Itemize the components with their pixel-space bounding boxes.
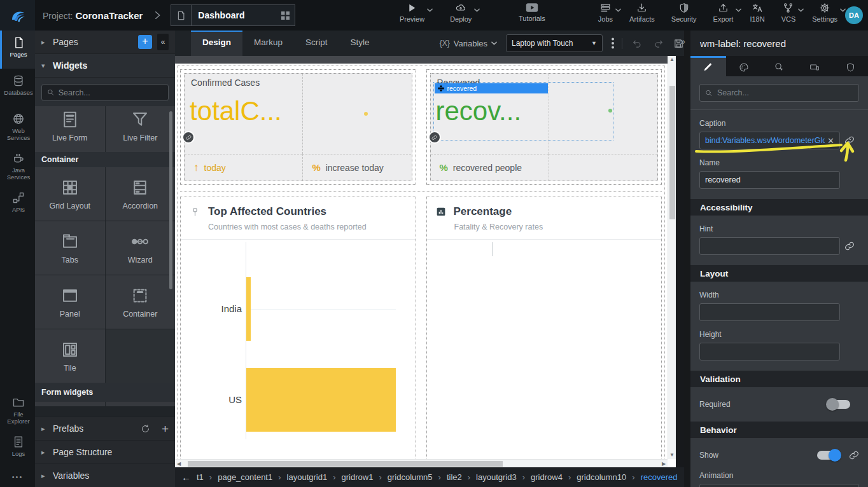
widget-tile-live-form[interactable]: Live Form [35, 106, 105, 152]
tab-properties[interactable] [690, 56, 726, 76]
breadcrumb-item[interactable]: gridrow1 [342, 472, 374, 482]
horizontal-scroll-thumb[interactable] [188, 461, 503, 467]
widget-tile-grid-layout[interactable]: Grid Layout [35, 167, 105, 221]
small-label-widget[interactable] [364, 112, 368, 116]
tab-events[interactable] [762, 56, 797, 76]
variables-menu-button[interactable]: {X} Variables [440, 39, 497, 48]
settings-caret-icon[interactable] [840, 8, 846, 12]
preview-caret-icon[interactable] [427, 8, 433, 12]
settings-button[interactable]: Settings [812, 3, 837, 23]
increase-today-label[interactable]: increase today [326, 163, 384, 173]
widget-tile-tile[interactable]: Tile [35, 329, 105, 383]
bind-badge-icon[interactable] [183, 132, 193, 142]
device-selector[interactable]: Laptop with Touch ▼ [506, 34, 603, 52]
add-page-button[interactable]: + [138, 35, 152, 49]
widget-list-scrollbar[interactable] [169, 111, 172, 289]
show-bind-link-icon[interactable] [849, 450, 859, 460]
widget-tile-container[interactable]: Container [106, 275, 176, 329]
card-percentage[interactable]: Percentage Fatality & Recovery rates [426, 196, 662, 459]
bind-badge-icon[interactable] [430, 132, 440, 142]
variables-accordion-header[interactable]: ▸ Variables [35, 463, 175, 487]
height-input[interactable] [705, 347, 834, 356]
rail-item-web-services[interactable]: Web Services [0, 107, 35, 146]
breadcrumb-item[interactable]: t1 [197, 472, 204, 482]
width-input[interactable] [705, 308, 834, 317]
rail-item-logs[interactable]: Logs [0, 430, 35, 468]
widget-tile-live-filter[interactable]: Live Filter [106, 106, 176, 152]
widgets-accordion-header[interactable]: ▾ Widgets [35, 54, 175, 78]
scroll-left-arrow[interactable]: ◀ [175, 460, 183, 467]
bar-us[interactable] [246, 368, 396, 432]
jobs-button[interactable]: Jobs [598, 3, 613, 23]
breadcrumb-back-icon[interactable]: ← [181, 472, 191, 483]
selected-widget-bar[interactable]: recovered [435, 83, 548, 93]
page-tab-dashboard[interactable]: Dashboard [171, 4, 295, 26]
caption-input[interactable] [705, 136, 825, 145]
tab-script[interactable]: Script [294, 31, 339, 56]
deploy-caret-icon[interactable] [474, 8, 480, 12]
widget-search-box[interactable] [41, 84, 169, 101]
rail-item-file-explorer[interactable]: File Explorer [0, 390, 35, 430]
expand-right-panel-button[interactable]: » [680, 36, 685, 46]
vcs-caret-icon[interactable] [798, 8, 804, 12]
jobs-caret-icon[interactable] [615, 8, 621, 12]
widget-tile-accordion[interactable]: Accordion [106, 167, 176, 221]
undo-button[interactable] [631, 38, 643, 49]
tile-confirmed-cases[interactable]: Confirmed Cases totalC... ↑ [184, 73, 412, 181]
breadcrumb-item[interactable]: layoutgrid1 [287, 472, 328, 482]
breadcrumb-item[interactable]: tile2 [447, 472, 462, 482]
name-input[interactable] [705, 175, 834, 184]
artifacts-button[interactable]: Artifacts [629, 3, 655, 23]
breadcrumb-item[interactable]: page_content1 [218, 472, 272, 482]
tab-markup[interactable]: Markup [242, 31, 294, 56]
widget-tile-panel[interactable]: Panel [35, 275, 105, 329]
rail-item-apis[interactable]: APIs [0, 186, 35, 224]
caption-bind-link-icon[interactable] [840, 135, 859, 146]
properties-search-box[interactable] [699, 84, 859, 102]
rail-more-button[interactable]: ••• [0, 468, 35, 487]
gridcolumn-recovered[interactable]: Recovered recovered recov... [426, 69, 662, 185]
widget-search-input[interactable] [59, 88, 163, 97]
tab-styles[interactable] [726, 56, 762, 76]
user-avatar[interactable]: DA [845, 6, 863, 24]
rail-item-databases[interactable]: Databases [0, 69, 35, 107]
required-toggle[interactable] [827, 400, 850, 409]
export-button[interactable]: Export [713, 3, 734, 23]
breadcrumb-item[interactable]: gridcolumn10 [577, 472, 626, 482]
breadcrumb-item[interactable]: gridcolumn5 [388, 472, 433, 482]
animation-select[interactable]: ▼ [699, 484, 859, 487]
breadcrumb-item-active[interactable]: recovered [641, 472, 678, 482]
collapse-panel-button[interactable]: « [157, 34, 169, 50]
widget-tile-tabs[interactable]: Tabs [35, 221, 105, 275]
scroll-up-arrow[interactable]: ▲ [668, 56, 676, 64]
tutorials-button[interactable]: Tutorials [519, 3, 545, 22]
export-caret-icon[interactable] [736, 8, 741, 12]
scroll-down-arrow[interactable]: ▼ [668, 451, 676, 459]
app-logo[interactable] [0, 0, 35, 31]
tab-security[interactable] [832, 56, 868, 76]
redo-button[interactable] [652, 38, 664, 49]
rail-item-java-services[interactable]: Java Services [0, 146, 35, 186]
refresh-prefabs-icon[interactable] [141, 424, 150, 434]
add-prefab-icon[interactable]: + [162, 423, 169, 435]
hint-input[interactable] [705, 242, 834, 250]
tab-style[interactable]: Style [339, 31, 381, 56]
preview-button[interactable]: Preview [400, 3, 424, 23]
recovered-people-label[interactable]: recovered people [453, 163, 522, 173]
confirmed-title-label[interactable]: Confirmed Cases [191, 78, 260, 88]
clear-binding-icon[interactable]: ✕ [827, 136, 834, 146]
security-button[interactable]: Security [671, 3, 697, 23]
page-structure-accordion-header[interactable]: ▸ Page Structure [35, 440, 175, 463]
bar-india[interactable] [246, 277, 251, 341]
deploy-button[interactable]: Deploy [450, 3, 472, 23]
today-label[interactable]: today [204, 163, 226, 173]
tab-design[interactable]: Design [191, 31, 242, 56]
confirmed-total-label[interactable]: totalC... [190, 98, 282, 125]
breadcrumb-item[interactable]: gridrow4 [531, 472, 563, 482]
confirmed-increase-cell[interactable]: % increase today [302, 154, 411, 181]
properties-search-input[interactable] [717, 88, 853, 97]
vcs-button[interactable]: VCS [781, 3, 796, 23]
rail-item-pages[interactable]: Pages [0, 31, 35, 69]
tab-devices[interactable] [797, 56, 832, 76]
confirmed-today-cell[interactable]: ↑ today [185, 154, 302, 181]
